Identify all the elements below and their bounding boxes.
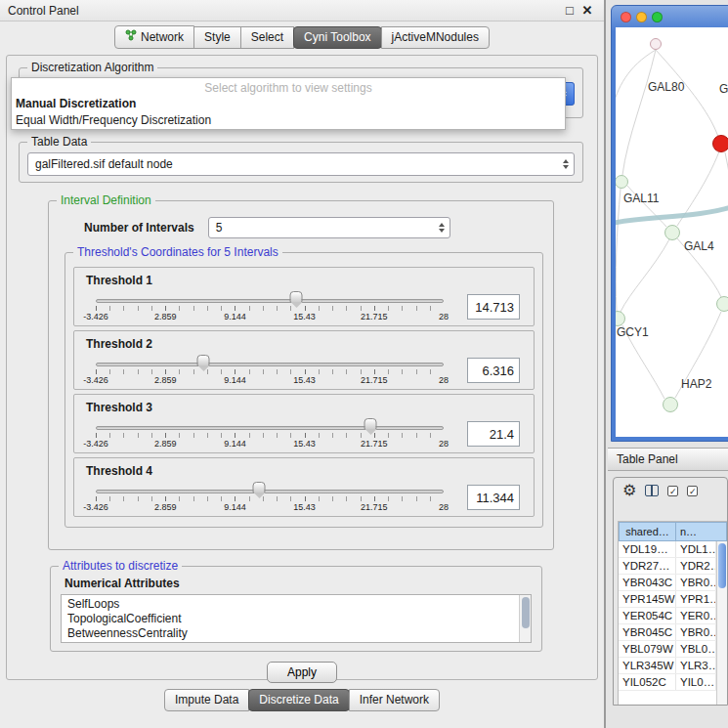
network-node-label: GAL4 [684, 239, 714, 253]
list-item[interactable]: TopologicalCoefficient [67, 612, 517, 626]
table-cell: YBL0… [676, 641, 716, 657]
tab-style[interactable]: Style [193, 26, 241, 49]
table-row[interactable]: YBL079WYBL0… [619, 641, 716, 658]
slider-track[interactable] [96, 363, 444, 366]
table-panel-window: ⚙ ✓ ✓ shared… n… YDL19…YDL1…YDR27…YDR2…Y… [613, 477, 728, 706]
table-data-group-title: Table Data [27, 135, 91, 149]
table-row[interactable]: YBR043CYBR0… [619, 575, 716, 591]
network-node-label: GAL11 [623, 192, 659, 205]
slider-thumb[interactable] [253, 482, 266, 493]
slider-tick-labels: -3.4262.8599.14415.4321.71528 [96, 312, 444, 322]
tab-label: Impute Data [175, 693, 238, 707]
table-row[interactable]: YIL052CYIL0… [619, 674, 716, 691]
control-panel-window: Control Panel □ ✕ Network Style Select [0, 0, 606, 728]
algorithm-dropdown-popup: Select algorithm to view settings Manual… [11, 77, 566, 130]
network-node[interactable] [663, 397, 678, 412]
table-cell: YDL19… [619, 541, 676, 557]
table-row[interactable]: YDL19…YDL1… [619, 541, 716, 558]
combobox-arrows-icon [439, 218, 445, 237]
slider-thumb[interactable] [364, 418, 377, 430]
table-row[interactable]: YBR045CYBR0… [619, 624, 716, 641]
select-column-checkbox-icon[interactable]: ✓ [687, 486, 698, 496]
tab-network[interactable]: Network [114, 25, 194, 49]
table-cell: YIL0… [676, 674, 716, 690]
slider-thumb[interactable] [197, 355, 210, 366]
list-scrollbar-thumb[interactable] [522, 597, 530, 628]
threshold-4-value-field[interactable]: 11.344 [467, 485, 520, 510]
table-cell: YPR145W [619, 591, 676, 607]
list-item[interactable]: BetweennessCentrality [67, 626, 517, 641]
slider-track[interactable] [96, 490, 444, 493]
tab-label: jActiveMNodules [392, 30, 479, 44]
attributes-group-title: Attributes to discretize [59, 559, 182, 573]
column-header-name[interactable]: n… [676, 522, 727, 541]
column-header-shared-name[interactable]: shared… [619, 522, 676, 541]
threshold-1-value-field[interactable]: 14.713 [467, 294, 520, 320]
threshold-3-slider[interactable]: -3.4262.8599.14415.4321.71528 [96, 418, 444, 450]
tick-label: 28 [439, 375, 449, 385]
tab-label: Style [204, 30, 231, 44]
threshold-2-slider[interactable]: -3.4262.8599.14415.4321.71528 [96, 355, 444, 386]
network-node-label: GAL8 [719, 82, 728, 96]
table-data-combobox[interactable]: galFiltered.sif default node [27, 152, 575, 176]
slider-track[interactable] [96, 426, 444, 430]
network-node[interactable] [716, 296, 728, 312]
close-icon[interactable]: ✕ [578, 3, 596, 18]
table-cell: YER0… [676, 608, 716, 623]
threshold-3-label: Threshold 3 [86, 401, 526, 414]
slider-track[interactable] [96, 299, 444, 303]
numerical-attributes-list[interactable]: SelfLoopsTopologicalCoefficientBetweenne… [61, 594, 532, 643]
tick-label: 9.144 [224, 439, 246, 449]
dropdown-option-manual-discretization[interactable]: Manual Discretization [12, 96, 565, 112]
table-cell: YPR1… [676, 591, 716, 607]
threshold-1-slider[interactable]: -3.4262.8599.14415.4321.71528 [96, 291, 444, 322]
select-all-checkbox-icon[interactable]: ✓ [667, 486, 678, 496]
close-traffic-light-icon[interactable] [621, 12, 631, 22]
tab-label: Infer Network [360, 693, 429, 707]
number-of-intervals-combobox[interactable]: 5 [208, 217, 450, 238]
apply-button[interactable]: Apply [267, 662, 337, 683]
table-scrollbar-thumb[interactable] [718, 543, 726, 588]
tab-label: Discretize Data [259, 693, 338, 707]
list-scrollbar[interactable] [519, 595, 531, 642]
threshold-4-label: Threshold 4 [86, 464, 526, 478]
network-node[interactable] [712, 135, 728, 152]
table-row[interactable]: YER054CYER0… [619, 608, 716, 624]
tab-discretize-data[interactable]: Discretize Data [248, 689, 349, 711]
tick-label: -3.426 [83, 502, 108, 512]
columns-icon[interactable] [645, 485, 659, 496]
list-item[interactable]: SelfLoops [67, 597, 517, 612]
tick-label: 2.859 [154, 502, 177, 512]
tab-infer-network[interactable]: Infer Network [349, 689, 440, 711]
minimize-traffic-light-icon[interactable] [636, 12, 647, 22]
float-window-icon[interactable]: □ [561, 3, 578, 18]
tick-label: 9.144 [224, 502, 246, 512]
table-row[interactable]: YLR345WYLR3… [619, 658, 716, 674]
tab-jactivemnodules[interactable]: jActiveMNodules [381, 26, 490, 49]
thresholds-group-title: Threshold's Coordinates for 5 Intervals [73, 245, 282, 259]
table-cell: YLR345W [619, 658, 676, 673]
table-row[interactable]: YDR27…YDR2… [619, 558, 716, 575]
dropdown-option-equal-width[interactable]: Equal Width/Frequency Discretization [12, 112, 565, 129]
tick-label: 15.43 [293, 439, 316, 449]
threshold-2-value-field[interactable]: 6.316 [467, 358, 520, 383]
tab-impute-data[interactable]: Impute Data [164, 689, 249, 711]
interval-definition-groupbox: Interval Definition Number of Intervals … [48, 200, 554, 550]
table-row[interactable]: YPR145WYPR1… [619, 591, 716, 608]
threshold-3-value-field[interactable]: 21.4 [467, 421, 520, 447]
tick-label: 21.715 [361, 375, 388, 385]
tick-label: -3.426 [83, 439, 108, 449]
zoom-traffic-light-icon[interactable] [652, 12, 663, 22]
slider-thumb[interactable] [290, 291, 303, 303]
tick-label: 2.859 [154, 312, 177, 321]
network-canvas[interactable]: GAL80GAL8GAL11GAL4GCY1HAP2 [616, 27, 728, 437]
tab-select[interactable]: Select [240, 26, 294, 49]
threshold-4-slider[interactable]: -3.4262.8599.14415.4321.71528 [96, 482, 444, 513]
network-node[interactable] [650, 38, 662, 50]
network-node[interactable] [664, 225, 680, 240]
combobox-arrows-icon [563, 153, 569, 175]
table-scrollbar[interactable] [716, 541, 727, 705]
tab-cyni-toolbox[interactable]: Cyni Toolbox [293, 26, 381, 49]
table-cell: YBR0… [676, 575, 716, 590]
gear-icon[interactable]: ⚙ [622, 483, 636, 498]
